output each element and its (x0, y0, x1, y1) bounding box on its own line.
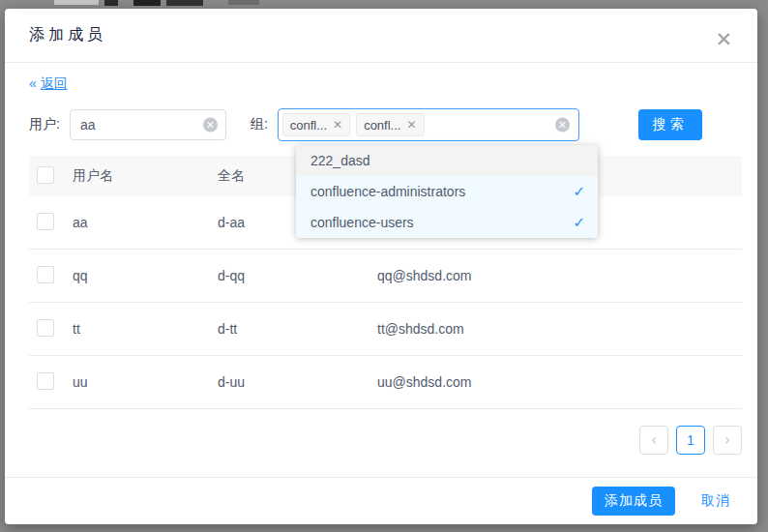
cell-email: uu@shdsd.com (377, 374, 742, 390)
table-row: uu d-uu uu@shdsd.com (29, 356, 742, 409)
cancel-button[interactable]: 取消 (701, 492, 730, 510)
table-row: tt d-tt tt@shdsd.com (29, 303, 742, 356)
cell-username: aa (73, 215, 218, 230)
user-field-label: 用户: (29, 116, 60, 133)
cell-fullname: d-tt (218, 321, 377, 337)
group-field-label: 组: (251, 116, 268, 133)
check-icon: ✓ (573, 214, 585, 231)
back-link-label: 返回 (41, 75, 68, 91)
cell-email: qq@shdsd.com (377, 268, 742, 283)
group-multiselect[interactable]: confl... ✕ confl... ✕ ✕ (278, 108, 579, 141)
dropdown-option[interactable]: confluence-users ✓ (296, 207, 598, 238)
next-page-button[interactable]: › (713, 426, 742, 455)
background-page-fragment (166, 0, 203, 6)
group-tag: confl... ✕ (282, 113, 350, 136)
back-chevrons: « (29, 75, 41, 91)
close-icon[interactable]: ✕ (715, 30, 732, 50)
chevron-left-icon: ‹ (651, 433, 657, 448)
prev-page-button[interactable]: ‹ (639, 426, 668, 455)
dropdown-option-label: confluence-administrators (310, 184, 465, 199)
page-number-button[interactable]: 1 (676, 426, 705, 455)
dialog-body: « 返回 用户: ✕ 组: confl... ✕ confl... ✕ ✕ 搜索 (5, 63, 757, 455)
background-page-fragment (54, 0, 99, 5)
cell-fullname: d-uu (218, 374, 377, 390)
search-button[interactable]: 搜索 (638, 109, 702, 140)
group-dropdown: 222_dasd confluence-administrators ✓ con… (296, 145, 598, 238)
filter-row: 用户: ✕ 组: confl... ✕ confl... ✕ ✕ 搜索 (29, 108, 742, 141)
cell-username: tt (73, 321, 218, 337)
column-header-username: 用户名 (73, 167, 218, 185)
clear-user-input-icon[interactable]: ✕ (203, 118, 218, 133)
add-member-dialog: 添加成员 ✕ « 返回 用户: ✕ 组: confl... ✕ confl...… (5, 9, 757, 524)
cell-email: tt@shdsd.com (377, 321, 742, 337)
back-link[interactable]: « 返回 (29, 75, 68, 93)
background-page-fragment (133, 0, 161, 6)
dropdown-option[interactable]: 222_dasd (296, 145, 598, 176)
dropdown-option-label: confluence-users (310, 215, 414, 230)
group-tag: confl... ✕ (356, 113, 424, 136)
cell-username: uu (73, 374, 218, 390)
add-members-button[interactable]: 添加成员 (592, 487, 675, 516)
check-icon: ✓ (573, 183, 585, 200)
group-tag-label: confl... (364, 118, 400, 133)
clear-group-select-icon[interactable]: ✕ (555, 118, 570, 133)
chevron-right-icon: › (724, 433, 730, 448)
user-input-wrap: ✕ (70, 109, 226, 140)
row-checkbox[interactable] (37, 319, 54, 337)
dropdown-option[interactable]: confluence-administrators ✓ (296, 176, 598, 207)
pagination: ‹ 1 › (29, 426, 742, 455)
cell-username: qq (73, 268, 218, 283)
cell-fullname: d-qq (218, 268, 377, 283)
remove-tag-icon[interactable]: ✕ (406, 119, 416, 131)
group-tag-label: confl... (290, 118, 327, 133)
row-checkbox[interactable] (37, 372, 54, 390)
remove-tag-icon[interactable]: ✕ (333, 119, 342, 131)
dialog-title: 添加成员 (29, 25, 106, 45)
row-checkbox[interactable] (37, 213, 54, 230)
dropdown-option-label: 222_dasd (310, 153, 370, 168)
select-all-checkbox[interactable] (37, 166, 54, 184)
table-row: qq d-qq qq@shdsd.com (29, 250, 742, 303)
dialog-header: 添加成员 (5, 9, 757, 63)
dialog-footer: 添加成员 取消 (5, 477, 757, 524)
row-checkbox[interactable] (37, 266, 54, 283)
background-page-fragment (104, 0, 118, 6)
background-page-fragment (228, 0, 259, 5)
